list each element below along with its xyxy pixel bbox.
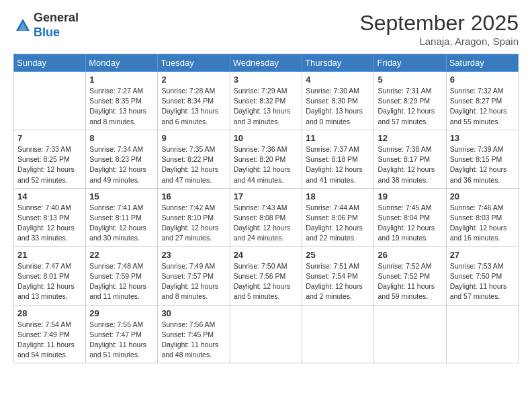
calendar-week-row: 21Sunrise: 7:47 AMSunset: 8:01 PMDayligh…	[14, 246, 519, 305]
calendar-cell: 12Sunrise: 7:38 AMSunset: 8:17 PMDayligh…	[374, 130, 446, 188]
day-number: 26	[378, 250, 442, 260]
day-info: Sunrise: 7:44 AMSunset: 8:06 PMDaylight:…	[306, 203, 370, 244]
weekday-header: Wednesday	[230, 54, 302, 72]
day-info: Sunrise: 7:34 AMSunset: 8:23 PMDaylight:…	[89, 144, 154, 185]
calendar-cell: 9Sunrise: 7:35 AMSunset: 8:22 PMDaylight…	[158, 130, 230, 188]
logo-general: General	[34, 11, 79, 26]
day-number: 7	[17, 133, 82, 143]
day-info: Sunrise: 7:30 AMSunset: 8:30 PMDaylight:…	[306, 86, 370, 127]
calendar-cell: 23Sunrise: 7:49 AMSunset: 7:57 PMDayligh…	[158, 246, 230, 305]
day-number: 1	[89, 75, 154, 85]
weekday-header: Thursday	[302, 54, 374, 72]
day-number: 18	[306, 191, 370, 201]
day-number: 29	[89, 308, 154, 318]
day-number: 23	[161, 250, 226, 260]
calendar-cell: 17Sunrise: 7:43 AMSunset: 8:08 PMDayligh…	[230, 188, 302, 246]
day-info: Sunrise: 7:41 AMSunset: 8:11 PMDaylight:…	[89, 203, 154, 244]
calendar-cell	[14, 72, 86, 130]
calendar-cell: 25Sunrise: 7:51 AMSunset: 7:54 PMDayligh…	[302, 246, 374, 305]
day-info: Sunrise: 7:49 AMSunset: 7:57 PMDaylight:…	[161, 261, 226, 302]
weekday-header: Sunday	[14, 54, 86, 72]
day-info: Sunrise: 7:40 AMSunset: 8:13 PMDaylight:…	[17, 203, 82, 244]
day-number: 17	[234, 191, 299, 201]
day-info: Sunrise: 7:27 AMSunset: 8:35 PMDaylight:…	[89, 86, 154, 127]
title-block: September 2025 Lanaja, Aragon, Spain	[359, 11, 519, 47]
day-info: Sunrise: 7:43 AMSunset: 8:08 PMDaylight:…	[234, 203, 299, 244]
day-info: Sunrise: 7:39 AMSunset: 8:15 PMDaylight:…	[450, 144, 515, 185]
weekday-header-row: SundayMondayTuesdayWednesdayThursdayFrid…	[14, 54, 519, 72]
day-info: Sunrise: 7:56 AMSunset: 7:45 PMDaylight:…	[161, 320, 226, 361]
weekday-header: Friday	[374, 54, 446, 72]
day-number: 25	[306, 250, 370, 260]
header: General Blue September 2025 Lanaja, Arag…	[13, 11, 519, 47]
calendar-cell: 3Sunrise: 7:29 AMSunset: 8:32 PMDaylight…	[230, 72, 302, 130]
day-number: 27	[450, 250, 515, 260]
day-info: Sunrise: 7:36 AMSunset: 8:20 PMDaylight:…	[234, 144, 299, 185]
day-number: 28	[17, 308, 82, 318]
day-number: 12	[378, 133, 442, 143]
weekday-header: Monday	[86, 54, 158, 72]
calendar-cell: 18Sunrise: 7:44 AMSunset: 8:06 PMDayligh…	[302, 188, 374, 246]
calendar-cell: 19Sunrise: 7:45 AMSunset: 8:04 PMDayligh…	[374, 188, 446, 246]
calendar-cell: 11Sunrise: 7:37 AMSunset: 8:18 PMDayligh…	[302, 130, 374, 188]
calendar-cell	[230, 305, 302, 363]
calendar-cell: 4Sunrise: 7:30 AMSunset: 8:30 PMDaylight…	[302, 72, 374, 130]
day-info: Sunrise: 7:47 AMSunset: 8:01 PMDaylight:…	[17, 261, 82, 302]
day-info: Sunrise: 7:32 AMSunset: 8:27 PMDaylight:…	[450, 86, 515, 127]
weekday-header: Tuesday	[158, 54, 230, 72]
day-info: Sunrise: 7:38 AMSunset: 8:17 PMDaylight:…	[378, 144, 442, 185]
day-number: 10	[234, 133, 299, 143]
calendar-cell: 1Sunrise: 7:27 AMSunset: 8:35 PMDaylight…	[86, 72, 158, 130]
calendar-cell: 30Sunrise: 7:56 AMSunset: 7:45 PMDayligh…	[158, 305, 230, 363]
day-number: 13	[450, 133, 515, 143]
day-info: Sunrise: 7:29 AMSunset: 8:32 PMDaylight:…	[234, 86, 299, 127]
day-info: Sunrise: 7:31 AMSunset: 8:29 PMDaylight:…	[378, 86, 442, 127]
calendar-cell	[374, 305, 446, 363]
day-number: 2	[161, 75, 226, 85]
day-info: Sunrise: 7:55 AMSunset: 7:47 PMDaylight:…	[89, 320, 154, 361]
page-container: General Blue September 2025 Lanaja, Arag…	[0, 0, 532, 370]
calendar-cell: 24Sunrise: 7:50 AMSunset: 7:56 PMDayligh…	[230, 246, 302, 305]
calendar-cell: 6Sunrise: 7:32 AMSunset: 8:27 PMDaylight…	[446, 72, 518, 130]
calendar-cell: 27Sunrise: 7:53 AMSunset: 7:50 PMDayligh…	[446, 246, 518, 305]
location: Lanaja, Aragon, Spain	[359, 36, 519, 47]
day-number: 4	[306, 75, 370, 85]
day-info: Sunrise: 7:53 AMSunset: 7:50 PMDaylight:…	[450, 261, 515, 302]
day-number: 16	[161, 191, 226, 201]
calendar-cell: 5Sunrise: 7:31 AMSunset: 8:29 PMDaylight…	[374, 72, 446, 130]
calendar-cell	[446, 305, 518, 363]
calendar-cell: 28Sunrise: 7:54 AMSunset: 7:49 PMDayligh…	[14, 305, 86, 363]
calendar-week-row: 14Sunrise: 7:40 AMSunset: 8:13 PMDayligh…	[14, 188, 519, 246]
calendar-week-row: 1Sunrise: 7:27 AMSunset: 8:35 PMDaylight…	[14, 72, 519, 130]
day-number: 3	[234, 75, 299, 85]
logo-blue: Blue	[34, 26, 79, 40]
day-number: 20	[450, 191, 515, 201]
calendar-table: SundayMondayTuesdayWednesdayThursdayFrid…	[13, 54, 519, 363]
day-info: Sunrise: 7:52 AMSunset: 7:52 PMDaylight:…	[378, 261, 442, 302]
calendar-cell: 22Sunrise: 7:48 AMSunset: 7:59 PMDayligh…	[86, 246, 158, 305]
day-number: 15	[89, 191, 154, 201]
day-info: Sunrise: 7:28 AMSunset: 8:34 PMDaylight:…	[161, 86, 226, 127]
day-number: 11	[306, 133, 370, 143]
day-number: 6	[450, 75, 515, 85]
calendar-cell: 15Sunrise: 7:41 AMSunset: 8:11 PMDayligh…	[86, 188, 158, 246]
day-number: 8	[89, 133, 154, 143]
calendar-cell: 20Sunrise: 7:46 AMSunset: 8:03 PMDayligh…	[446, 188, 518, 246]
day-number: 5	[378, 75, 442, 85]
calendar-cell: 16Sunrise: 7:42 AMSunset: 8:10 PMDayligh…	[158, 188, 230, 246]
day-number: 19	[378, 191, 442, 201]
calendar-cell: 10Sunrise: 7:36 AMSunset: 8:20 PMDayligh…	[230, 130, 302, 188]
logo-text: General Blue	[34, 11, 79, 40]
logo-icon	[13, 16, 32, 35]
calendar-cell: 2Sunrise: 7:28 AMSunset: 8:34 PMDaylight…	[158, 72, 230, 130]
weekday-header: Saturday	[446, 54, 518, 72]
day-number: 30	[161, 308, 226, 318]
calendar-cell: 26Sunrise: 7:52 AMSunset: 7:52 PMDayligh…	[374, 246, 446, 305]
day-info: Sunrise: 7:46 AMSunset: 8:03 PMDaylight:…	[450, 203, 515, 244]
day-info: Sunrise: 7:35 AMSunset: 8:22 PMDaylight:…	[161, 144, 226, 185]
day-info: Sunrise: 7:51 AMSunset: 7:54 PMDaylight:…	[306, 261, 370, 302]
day-info: Sunrise: 7:48 AMSunset: 7:59 PMDaylight:…	[89, 261, 154, 302]
calendar-cell: 29Sunrise: 7:55 AMSunset: 7:47 PMDayligh…	[86, 305, 158, 363]
day-number: 22	[89, 250, 154, 260]
day-number: 21	[17, 250, 82, 260]
